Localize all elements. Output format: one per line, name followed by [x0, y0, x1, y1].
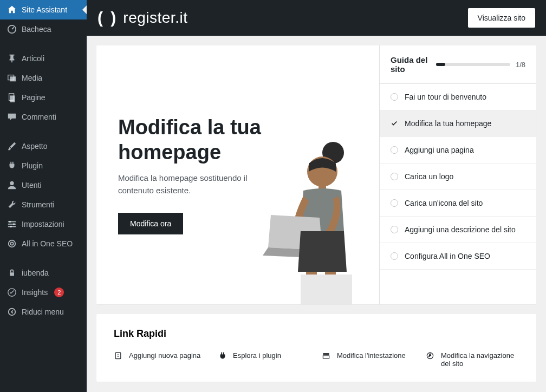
svg-point-13 — [10, 242, 13, 245]
home-icon — [6, 4, 17, 15]
sidebar-item-strumenti[interactable]: Strumenti — [0, 195, 87, 214]
hero-left: Modifica la tua homepage Modifica la hom… — [96, 45, 379, 304]
radio-icon — [391, 199, 398, 207]
guide-item[interactable]: Carica un'icona del sito — [380, 190, 536, 217]
visit-site-button[interactable]: Visualizza sito — [468, 8, 535, 28]
sidebar-item-pagine[interactable]: Pagine — [0, 88, 87, 107]
plug-icon — [218, 351, 227, 361]
guide-item[interactable]: Carica un logo — [380, 164, 536, 190]
quick-links-card: Link Rapidi Aggiungi nuova paginaEsplora… — [96, 314, 536, 382]
svg-rect-24 — [323, 353, 329, 355]
svg-rect-14 — [10, 272, 14, 276]
quick-link[interactable]: Modifica la navigazione del sito — [426, 351, 517, 368]
sidebar-item-label: Site Assistant — [22, 5, 67, 14]
sidebar-item-iubenda[interactable]: iubenda — [0, 263, 87, 283]
main-area: ( ) register.it Visualizza sito Modifica… — [87, 0, 546, 392]
guide-item-label: Aggiungi una descrizione del sito — [405, 225, 516, 234]
quick-link[interactable]: Aggiungi nuova pagina — [114, 351, 205, 368]
svg-point-12 — [9, 240, 16, 247]
brush-icon — [6, 141, 17, 152]
sidebar-item-label: Media — [22, 74, 42, 82]
topbar: ( ) register.it Visualizza sito — [87, 0, 546, 36]
brand-name: register.it — [123, 9, 187, 27]
svg-point-11 — [10, 226, 12, 228]
sliders-icon — [6, 219, 17, 230]
svg-rect-25 — [323, 356, 329, 358]
check-icon — [391, 120, 398, 127]
insights-icon — [6, 287, 17, 298]
quick-link-label: Modifica l'intestazione — [337, 351, 406, 360]
header-icon — [322, 351, 332, 361]
sidebar-item-impostazioni[interactable]: Impostazioni — [0, 214, 87, 234]
sidebar-item-commenti[interactable]: Commenti — [0, 107, 87, 127]
guide-item-label: Carica un'icona del sito — [405, 199, 483, 207]
admin-sidebar: Site AssistantBachecaArticoliMediaPagine… — [0, 0, 87, 392]
sidebar-item-plugin[interactable]: Plugin — [0, 156, 87, 175]
guide-item-label: Aggiungi una pagina — [405, 146, 474, 154]
plug-icon — [6, 160, 17, 171]
guide-item-label: Configura All in One SEO — [405, 252, 490, 260]
sidebar-item-utenti[interactable]: Utenti — [0, 175, 87, 195]
sidebar-item-label: Articoli — [22, 54, 44, 63]
guide-item[interactable]: Aggiungi una descrizione del sito — [380, 217, 536, 243]
guide-progress: 1/8 — [436, 61, 525, 69]
notification-badge: 2 — [54, 288, 64, 297]
svg-point-10 — [13, 223, 15, 225]
guide-item[interactable]: Modifica la tua homepage — [380, 110, 536, 137]
guide-item[interactable]: Aggiungi una pagina — [380, 137, 536, 164]
page-icon — [6, 92, 17, 103]
dashboard-icon — [6, 24, 17, 35]
guide-list: Fai un tour di benvenutoModifica la tua … — [380, 84, 536, 304]
sidebar-item-bacheca[interactable]: Bacheca — [0, 19, 87, 39]
collapse-icon — [6, 306, 17, 317]
guide-header: Guida del sito 1/8 — [380, 45, 536, 84]
sidebar-item-label: Insights — [22, 288, 48, 297]
seo-icon — [6, 238, 17, 249]
quick-link-label: Modifica la navigazione del sito — [441, 351, 517, 368]
svg-point-5 — [10, 181, 14, 185]
radio-icon — [391, 146, 398, 154]
comment-icon — [6, 112, 17, 122]
sidebar-item-aspetto[interactable]: Aspetto — [0, 136, 87, 156]
sidebar-item-label: Riduci menu — [22, 308, 64, 316]
sidebar-item-label: All in One SEO — [22, 239, 73, 248]
logo-mark-icon: ( ) — [98, 9, 118, 27]
progress-fill — [436, 63, 445, 66]
sidebar-item-insights[interactable]: Insights2 — [0, 283, 87, 302]
sidebar-item-label: Strumenti — [22, 200, 54, 209]
sidebar-item-label: Utenti — [22, 181, 42, 190]
guide-item-label: Modifica la tua homepage — [405, 119, 491, 128]
hero-description: Modifica la homepage sostituendo il cont… — [118, 172, 270, 197]
sidebar-item-label: Commenti — [22, 113, 56, 121]
brand-logo: ( ) register.it — [98, 9, 187, 27]
sidebar-item-site-assistant[interactable]: Site Assistant — [0, 0, 87, 19]
quick-links-grid: Aggiungi nuova paginaEsplora i pluginMod… — [114, 351, 519, 368]
sidebar-item-all-in-one-seo[interactable]: All in One SEO — [0, 234, 87, 253]
lock-icon — [6, 267, 17, 278]
quick-link[interactable]: Modifica l'intestazione — [322, 351, 413, 368]
page-plus-icon — [114, 351, 123, 361]
radio-icon — [391, 226, 398, 233]
pin-icon — [6, 53, 17, 64]
sidebar-item-label: Aspetto — [22, 142, 47, 151]
guide-item[interactable]: Configura All in One SEO — [380, 243, 536, 270]
radio-icon — [391, 252, 398, 260]
svg-rect-2 — [10, 76, 16, 81]
user-icon — [6, 180, 17, 191]
guide-item[interactable]: Fai un tour di benvenuto — [380, 84, 536, 110]
sidebar-item-media[interactable]: Media — [0, 68, 87, 88]
quick-link[interactable]: Esplora i plugin — [218, 351, 309, 368]
sidebar-item-label: Impostazioni — [22, 220, 64, 228]
edit-now-button[interactable]: Modifica ora — [118, 213, 183, 234]
media-icon — [6, 73, 17, 83]
quick-links-title: Link Rapidi — [114, 328, 519, 339]
sidebar-item-articoli[interactable]: Articoli — [0, 49, 87, 68]
sidebar-item-label: Plugin — [22, 161, 43, 170]
content-scroll[interactable]: Modifica la tua homepage Modifica la hom… — [87, 36, 546, 392]
guide-item-label: Fai un tour di benvenuto — [405, 93, 486, 101]
hero-card: Modifica la tua homepage Modifica la hom… — [96, 45, 536, 304]
progress-bar — [436, 63, 510, 66]
sidebar-item-riduci-menu[interactable]: Riduci menu — [0, 302, 87, 322]
radio-icon — [391, 173, 398, 180]
svg-rect-23 — [115, 352, 121, 358]
